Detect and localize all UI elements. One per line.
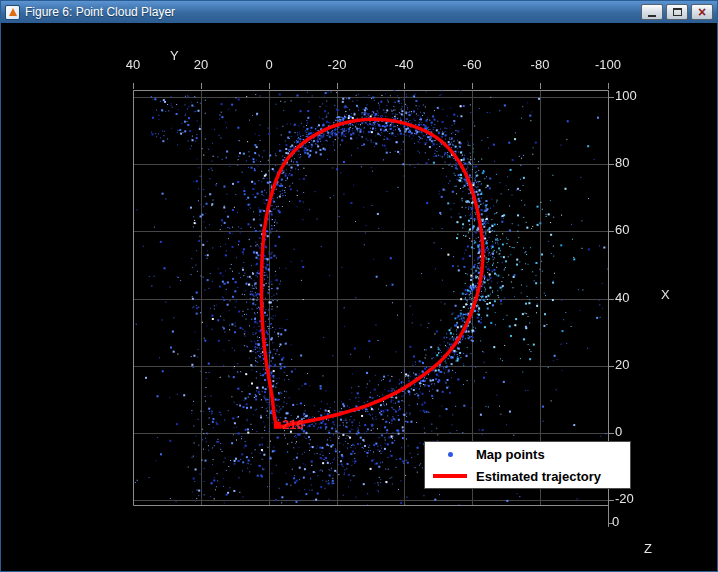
trajectory-line-icon [433, 474, 467, 478]
x-axis-tick-label: 20 [615, 358, 629, 372]
y-axis-tick-label: -60 [463, 58, 482, 72]
y-axis-tick-label: -40 [395, 58, 414, 72]
x-axis-tick-label: 0 [615, 425, 622, 439]
legend-label-trajectory: Estimated trajectory [476, 469, 601, 484]
x-axis-tick-label: 40 [615, 291, 629, 305]
trajectory-frame-label: 216 [282, 417, 304, 432]
z-axis-tick-label: 0 [612, 515, 619, 529]
window-controls: × [641, 4, 713, 20]
legend[interactable]: Map points Estimated trajectory [424, 441, 631, 489]
y-axis-tick-label: -100 [595, 58, 621, 72]
x-axis-tick-label: 80 [615, 156, 629, 170]
trajectory-line-sample-wrap [430, 474, 470, 478]
x-axis-label: X [661, 288, 670, 302]
window-title: Figure 6: Point Cloud Player [25, 5, 636, 19]
maximize-icon [673, 8, 682, 16]
x-axis-tick-label: -20 [615, 492, 634, 506]
map-points-dot-icon [448, 452, 453, 457]
y-axis-tick-label: -20 [328, 58, 347, 72]
legend-label-map-points: Map points [476, 447, 545, 462]
close-icon: × [698, 5, 706, 19]
z-axis-label: Z [644, 542, 652, 556]
y-axis-label: Y [170, 49, 179, 63]
legend-entry-trajectory: Estimated trajectory [425, 465, 630, 487]
x-axis-tick-label: 100 [615, 89, 637, 103]
figure-canvas-area: 40200-20-40-60-80-100100806040200-20 Y X… [1, 23, 717, 571]
y-axis-tick-label: 0 [265, 58, 272, 72]
titlebar[interactable]: Figure 6: Point Cloud Player × [1, 1, 717, 23]
x-axis-tick-label: 60 [615, 223, 629, 237]
y-axis-tick-label: 40 [126, 58, 140, 72]
close-button[interactable]: × [691, 4, 713, 20]
legend-entry-map-points: Map points [425, 443, 630, 465]
y-axis-tick-label: -80 [531, 58, 550, 72]
y-axis-tick-label: 20 [194, 58, 208, 72]
matlab-icon [5, 5, 20, 20]
minimize-icon [648, 15, 656, 17]
minimize-button[interactable] [641, 4, 663, 20]
map-points-marker-sample [430, 452, 470, 457]
figure-window: Figure 6: Point Cloud Player × 40200-20-… [0, 0, 718, 572]
maximize-button[interactable] [666, 4, 688, 20]
